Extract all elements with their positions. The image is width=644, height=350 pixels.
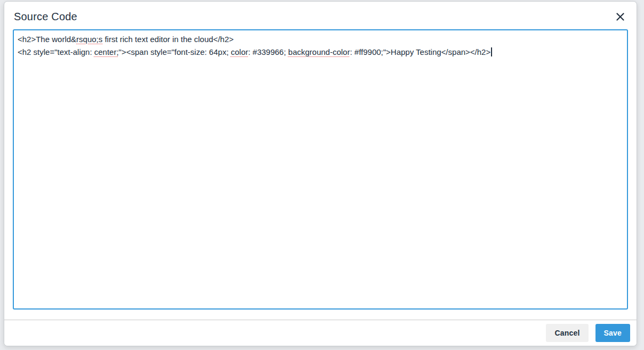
cancel-button[interactable]: Cancel — [546, 324, 588, 342]
source-code-editor[interactable]: <h2>The world&rsquo;s first rich text ed… — [13, 29, 628, 310]
code-text: <h2 style="text-align: — [18, 47, 94, 56]
code-text: : #339966; — [248, 47, 288, 56]
close-button[interactable] — [612, 9, 628, 25]
code-text: first rich text editor in the cloud</h2> — [102, 35, 234, 44]
dialog-footer: Cancel Save — [4, 320, 637, 346]
dialog-title: Source Code — [14, 11, 77, 23]
save-button[interactable]: Save — [595, 324, 631, 342]
close-icon — [616, 13, 624, 21]
code-line: <h2>The world&rsquo;s first rich text ed… — [18, 33, 623, 46]
misspelled-word: color — [231, 47, 248, 56]
misspelled-word: background-color — [288, 47, 350, 56]
code-text: <h2>The world& — [18, 35, 76, 44]
text-caret — [491, 47, 492, 56]
misspelled-word: rsquo;s — [76, 35, 102, 44]
code-line: <h2 style="text-align: center;"><span st… — [18, 46, 623, 59]
source-code-dialog: Source Code <h2>The world&rsquo;s first … — [4, 1, 637, 346]
dialog-header: Source Code — [4, 2, 637, 29]
code-text: : #ff9900;">Happy Testing</span></h2> — [350, 47, 490, 56]
code-text: "><span style="font-size: 64px; — [119, 47, 231, 56]
dialog-body: <h2>The world&rsquo;s first rich text ed… — [4, 29, 637, 320]
misspelled-word: center; — [94, 47, 119, 56]
